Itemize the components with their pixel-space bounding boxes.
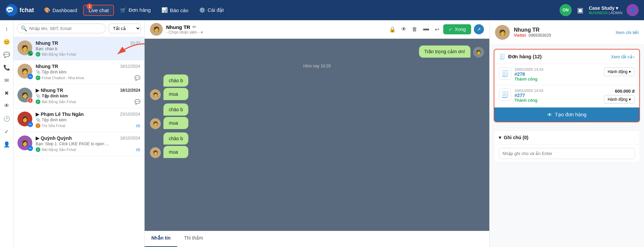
sidebar-clock-icon[interactable]: 🕐	[1, 113, 12, 124]
order-action-button[interactable]: Hành động ▾	[604, 95, 635, 104]
assign-chevron-icon[interactable]: ▾	[201, 30, 203, 35]
nav-livechat[interactable]: 1 Live chat	[83, 5, 114, 16]
chat-item[interactable]: 🧑 📞 Nhung TR 10:33 Bạn: chào b F Bất Độn…	[13, 37, 144, 60]
chat-window-avatar: 🧑	[150, 23, 163, 36]
nav-settings-label: Cài đặt	[207, 7, 224, 13]
chat-preview: 📎 Tệp đính kèm	[36, 70, 140, 74]
order-number[interactable]: #277	[515, 93, 601, 98]
chat-avatar: 👩 m	[17, 112, 32, 126]
sidebar-check-icon[interactable]: ✓	[1, 126, 12, 137]
user-avatar[interactable]: 👤	[627, 4, 639, 16]
orders-header: 🧾 Đơn hàng (12) Xem tất cả ›	[494, 50, 639, 64]
order-number[interactable]: #278	[515, 71, 601, 77]
layout-toggle-icon[interactable]: ▣	[576, 5, 585, 16]
dropdown-icon: ▾	[629, 69, 631, 74]
trash-icon[interactable]: 🗑	[411, 25, 419, 34]
message-text: mua	[169, 91, 183, 97]
create-order-button[interactable]: 👁 Tạo đơn hàng	[494, 107, 639, 122]
nav-reports[interactable]: 📊 Báo cáo	[157, 5, 193, 15]
message-received: 🧑 chào b mua 🧑	[150, 103, 484, 129]
filter-select[interactable]: Tất cả Chưa đọc Đã xử lý	[109, 24, 141, 33]
search-box[interactable]: 🔍	[17, 24, 106, 33]
sidebar-user-icon[interactable]: 👤	[1, 139, 12, 150]
chat-name-row: ▶ Phạm Lê Thu Ngân 23/10/2024	[36, 112, 140, 117]
done-button[interactable]: ✓ Xong	[443, 24, 471, 34]
chat-preview: Bạn: Step 1: Click LIKE PAGE to open ...	[36, 142, 140, 146]
svg-point-2	[8, 9, 9, 10]
chat-messages[interactable]: Trân trọng cảm ơn! 🧑 Hôm nay 10:29 🧑 chà…	[145, 39, 489, 231]
chat-badge: 1	[28, 98, 33, 103]
chat-item[interactable]: 🧑 1 ▶ Nhung TR 18/12/2024 📎 Tệp đính kèm…	[13, 84, 144, 108]
logo[interactable]: fchat	[5, 4, 34, 16]
chat-window-name: Nhung TR ✏	[166, 24, 384, 30]
undo-icon[interactable]: ↩	[433, 25, 441, 34]
chat-item[interactable]: 👩 m ▶ Quỳnh Quỳnh 18/10/2024 Bạn: Step 1…	[13, 132, 144, 156]
message-bubble: chào b	[163, 132, 188, 145]
lock-icon[interactable]: 🔒	[388, 25, 397, 34]
chat-name-row: ▶ Quỳnh Quỳnh 18/10/2024	[36, 135, 140, 141]
workspace-chevron-icon: ▾	[616, 5, 618, 11]
checkmark-icon: ✓	[449, 27, 453, 32]
orders-icon: 🛒	[120, 7, 126, 13]
minus-icon[interactable]: ➖	[421, 25, 431, 34]
message-bubble: chào b	[163, 74, 188, 87]
sidebar-mail-icon[interactable]: ✉	[1, 75, 12, 86]
top-navigation: fchat 🎨 Dashboard 1 Live chat 🛒 Đơn hàng…	[0, 0, 644, 20]
contact-name: Nhung TR	[514, 27, 551, 33]
order-action-button[interactable]: Hành động ▾	[604, 67, 635, 76]
notes-header[interactable]: ▾ Ghi chú (0)	[494, 131, 640, 145]
contact-phone: 0969363629	[529, 33, 551, 38]
message-received: 🧑 chào b mua 🧑	[150, 132, 484, 158]
svg-point-3	[9, 9, 11, 10]
sidebar-message-icon[interactable]: 💬	[1, 49, 12, 60]
message-bubble: chào b	[163, 103, 188, 116]
source-dot: F	[36, 99, 40, 104]
tab-nhap-tin[interactable]: Nhắn tin	[145, 231, 177, 247]
workspace-role: BUSINESS | ADMIN	[589, 11, 622, 15]
sender-avatar: 🧑	[473, 47, 484, 58]
orders-view-all[interactable]: Xem tất cả ›	[611, 54, 635, 59]
workspace-name[interactable]: Case Study ▾	[589, 5, 618, 11]
chat-name: ▶ Quỳnh Quỳnh	[36, 135, 72, 141]
nav-orders-label: Đơn hàng	[128, 7, 151, 13]
nav-dashboard[interactable]: 🎨 Dashboard	[39, 5, 82, 15]
edit-icon[interactable]: ✏	[192, 24, 196, 30]
notes-input[interactable]	[499, 148, 635, 159]
order-right: 600.000 đ Hành động ▾	[604, 89, 635, 104]
nav-settings[interactable]: ⚙️ Cài đặt	[194, 5, 228, 15]
order-status: Thành công	[515, 77, 601, 82]
chat-name: ▶ Phạm Lê Thu Ngân	[36, 112, 84, 117]
chat-source: F Fchat Chatbot - Nha khoa 💬	[36, 75, 140, 81]
sidebar-eye-off-icon[interactable]: 👁	[1, 100, 12, 111]
chat-preview: 📎 Tệp đính kèm	[36, 118, 140, 122]
platform-phone-icon: 📞	[28, 51, 33, 56]
eye-icon[interactable]: 👁	[400, 25, 408, 34]
reports-icon: 📊	[161, 7, 168, 13]
chat-time: 10:33	[130, 41, 140, 45]
notes-section: ▾ Ghi chú (0)	[494, 130, 640, 163]
chat-preview: Bạn: chào b	[36, 47, 140, 51]
order-doc-icon: 🧾	[499, 89, 511, 101]
chat-source: F Bất Động Sản Fchat m	[36, 147, 140, 152]
chat-item[interactable]: 👩 m ▶ Phạm Lê Thu Ngân 23/10/2024 📎 Tệp …	[13, 108, 144, 132]
tab-thi-tham[interactable]: Thì thầm	[177, 231, 210, 247]
online-status-button[interactable]: ON	[560, 4, 572, 16]
sidebar-sort-icon[interactable]: ↕	[1, 24, 12, 34]
search-input[interactable]	[29, 26, 102, 31]
chat-source: T Trà Sữa Fchat m	[36, 123, 140, 128]
contact-sub: Viettel 0969363629	[514, 33, 551, 38]
message-bubble: Trân trọng cảm ơn!	[419, 45, 470, 58]
sidebar-tag-icon[interactable]: ✖	[1, 88, 12, 98]
message-text: chào b	[169, 78, 183, 83]
external-link-button[interactable]: ↗	[474, 24, 484, 34]
sidebar-phone-icon[interactable]: 📞	[1, 62, 12, 73]
dashboard-icon: 🎨	[44, 7, 50, 13]
view-detail-link[interactable]: Xem chi tiết	[615, 30, 639, 35]
settings-icon: ⚙️	[199, 7, 205, 13]
chat-item[interactable]: 🧑 m Nhung TR 18/12/2024 📎 Tệp đính kèm F…	[13, 60, 144, 84]
order-doc-icon: 🧾	[499, 67, 511, 80]
sidebar-face-icon[interactable]: 😊	[1, 36, 12, 47]
nav-orders[interactable]: 🛒 Đơn hàng	[115, 5, 155, 15]
date-divider: Hôm nay 10:29	[150, 64, 484, 68]
order-date: 10/01/2025 14:33	[515, 67, 601, 71]
